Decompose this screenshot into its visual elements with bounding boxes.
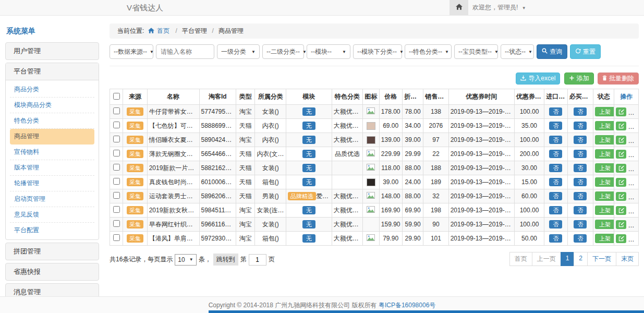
reset-button[interactable]: 重置 bbox=[570, 44, 601, 59]
row-checkbox[interactable] bbox=[113, 206, 120, 213]
add-button[interactable]: 添加 bbox=[564, 73, 594, 85]
must-buy-toggle[interactable]: 否 bbox=[574, 107, 587, 116]
import-select-toggle[interactable]: 否 bbox=[549, 150, 562, 158]
select-all-checkbox[interactable] bbox=[113, 93, 120, 100]
status-toggle[interactable]: 上架 bbox=[595, 191, 614, 201]
status-toggle[interactable]: 上架 bbox=[595, 149, 614, 159]
filter-select-data-source[interactable]: --数据来源--▼ bbox=[110, 44, 153, 59]
sidebar-subitem-特色分类[interactable]: 特色分类 bbox=[10, 113, 94, 129]
sidebar-subitem-版本管理[interactable]: 版本管理 bbox=[10, 160, 94, 176]
import-select-toggle[interactable]: 否 bbox=[549, 107, 562, 116]
edit-button[interactable] bbox=[616, 107, 626, 116]
filter-select-status[interactable]: --状态--▼ bbox=[501, 44, 534, 59]
must-buy-toggle[interactable]: 否 bbox=[574, 136, 587, 144]
filter-select-level2[interactable]: --二级分类--▼ bbox=[262, 44, 304, 59]
sidebar-subitem-商品分类[interactable]: 商品分类 bbox=[10, 82, 94, 98]
row-checkbox[interactable] bbox=[113, 234, 120, 241]
import-select-toggle[interactable]: 否 bbox=[549, 206, 562, 214]
edit-button[interactable] bbox=[616, 150, 626, 159]
row-checkbox[interactable] bbox=[113, 178, 120, 185]
status-toggle[interactable]: 上架 bbox=[595, 220, 614, 229]
icp-link[interactable]: 粤ICP备16098006号 bbox=[379, 302, 435, 309]
search-button[interactable]: 查询 bbox=[537, 44, 567, 59]
sidebar-subitem-启动页管理[interactable]: 启动页管理 bbox=[10, 191, 94, 207]
status-toggle[interactable]: 上架 bbox=[595, 234, 614, 243]
import-select-toggle[interactable]: 否 bbox=[549, 178, 562, 186]
import-select-toggle[interactable]: 否 bbox=[549, 136, 562, 144]
must-buy-toggle[interactable]: 否 bbox=[574, 220, 587, 228]
filter-select-item-type[interactable]: --宝贝类型--▼ bbox=[454, 44, 498, 59]
module-badge[interactable]: 无 bbox=[302, 164, 315, 172]
module-badge[interactable]: 无 bbox=[302, 150, 315, 158]
edit-button[interactable] bbox=[616, 220, 626, 229]
sidebar-item-平台管理[interactable]: 平台管理 bbox=[6, 63, 99, 80]
home-shortcut-button[interactable] bbox=[449, 0, 468, 15]
page-button-1[interactable]: 1 bbox=[561, 252, 575, 266]
import-select-toggle[interactable]: 否 bbox=[549, 122, 562, 130]
edit-button[interactable] bbox=[616, 164, 626, 173]
page-button-末页[interactable]: 末页 bbox=[616, 252, 639, 266]
page-button-2[interactable]: 2 bbox=[574, 252, 588, 266]
breadcrumb-home-link[interactable]: 首页 bbox=[157, 27, 169, 34]
sidebar-subitem-商品管理[interactable]: 商品管理 bbox=[10, 129, 94, 145]
must-buy-toggle[interactable]: 否 bbox=[574, 234, 587, 243]
module-badge[interactable]: 品牌精选 bbox=[288, 192, 316, 200]
row-checkbox[interactable] bbox=[113, 220, 120, 227]
filter-select-module[interactable]: --模块--▼ bbox=[307, 44, 350, 59]
filter-name-input[interactable] bbox=[156, 44, 214, 59]
sidebar-subitem-模块商品分类[interactable]: 模块商品分类 bbox=[10, 98, 94, 113]
page-number-input[interactable] bbox=[249, 254, 266, 266]
filter-select-level1[interactable]: 一级分类▼ bbox=[217, 44, 260, 59]
sidebar-item-省惠快报[interactable]: 省惠快报 bbox=[6, 263, 99, 280]
per-page-select[interactable]: 10 ▼ bbox=[175, 254, 196, 266]
module-badge[interactable]: 无 bbox=[302, 136, 315, 144]
edit-button[interactable] bbox=[616, 206, 626, 215]
edit-button[interactable] bbox=[616, 136, 626, 145]
sidebar-subitem-意见反馈[interactable]: 意见反馈 bbox=[10, 207, 94, 223]
status-toggle[interactable]: 上架 bbox=[595, 163, 614, 173]
edit-button[interactable] bbox=[616, 234, 626, 243]
sidebar-subitem-宣传物料[interactable]: 宣传物料 bbox=[10, 145, 94, 160]
status-toggle[interactable]: 上架 bbox=[595, 121, 614, 130]
module-badge[interactable]: 无 bbox=[302, 122, 315, 130]
module-badge[interactable]: 无 bbox=[302, 107, 315, 116]
sidebar-item-用户管理[interactable]: 用户管理 bbox=[6, 43, 99, 59]
must-buy-toggle[interactable]: 否 bbox=[574, 164, 587, 172]
module-badge[interactable]: 无 bbox=[302, 234, 315, 243]
must-buy-toggle[interactable]: 否 bbox=[574, 122, 587, 130]
import-excel-button[interactable]: 导入excel bbox=[516, 73, 560, 85]
must-buy-toggle[interactable]: 否 bbox=[574, 206, 587, 214]
must-buy-toggle[interactable]: 否 bbox=[574, 192, 587, 200]
sidebar-item-拼团管理[interactable]: 拼团管理 bbox=[6, 243, 99, 260]
module-badge[interactable]: 无 bbox=[302, 206, 315, 214]
sidebar-subitem-轮播管理[interactable]: 轮播管理 bbox=[10, 176, 94, 191]
row-checkbox[interactable] bbox=[113, 192, 120, 199]
row-checkbox[interactable] bbox=[113, 136, 120, 142]
edit-button[interactable] bbox=[616, 192, 626, 201]
edit-button[interactable] bbox=[616, 178, 626, 187]
filter-select-feature[interactable]: --特色分类--▼ bbox=[405, 44, 452, 59]
jump-button[interactable]: 跳转到 bbox=[213, 254, 238, 266]
must-buy-toggle[interactable]: 否 bbox=[574, 178, 587, 186]
sidebar-subitem-平台配置[interactable]: 平台配置 bbox=[10, 223, 94, 238]
user-menu[interactable]: 欢迎您，管理员! ▼ bbox=[472, 0, 526, 16]
page-button-下一页[interactable]: 下一页 bbox=[587, 252, 616, 266]
row-checkbox[interactable] bbox=[113, 107, 120, 114]
import-select-toggle[interactable]: 否 bbox=[549, 234, 562, 243]
must-buy-toggle[interactable]: 否 bbox=[574, 150, 587, 158]
filter-select-module-sub[interactable]: --模块下分类--▼ bbox=[353, 44, 402, 59]
edit-button[interactable] bbox=[616, 122, 626, 130]
batch-delete-button[interactable]: 批量删除 bbox=[598, 73, 639, 85]
row-checkbox[interactable] bbox=[113, 122, 120, 128]
status-toggle[interactable]: 上架 bbox=[595, 177, 614, 187]
module-badge[interactable]: 无 bbox=[302, 220, 315, 228]
import-select-toggle[interactable]: 否 bbox=[549, 164, 562, 172]
import-select-toggle[interactable]: 否 bbox=[549, 192, 562, 200]
status-toggle[interactable]: 上架 bbox=[595, 135, 614, 145]
row-checkbox[interactable] bbox=[113, 164, 120, 171]
import-select-toggle[interactable]: 否 bbox=[549, 220, 562, 228]
row-checkbox[interactable] bbox=[113, 150, 120, 156]
status-toggle[interactable]: 上架 bbox=[595, 107, 614, 116]
status-toggle[interactable]: 上架 bbox=[595, 206, 614, 215]
module-badge[interactable]: 无 bbox=[302, 178, 315, 186]
